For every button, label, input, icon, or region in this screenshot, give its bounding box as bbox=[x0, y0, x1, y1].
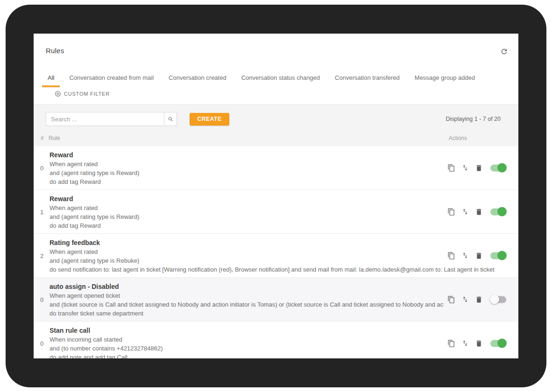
toggle-knob bbox=[497, 163, 507, 173]
rules-list: 0 Reward When agent rated and (agent rat… bbox=[34, 146, 518, 358]
copy-icon bbox=[447, 208, 455, 216]
trash-icon bbox=[475, 208, 483, 216]
enable-toggle[interactable] bbox=[490, 340, 506, 347]
create-button[interactable]: CREATE bbox=[190, 113, 229, 126]
rule-title: Reward bbox=[50, 194, 518, 203]
enable-toggle[interactable] bbox=[490, 296, 506, 303]
refresh-button[interactable] bbox=[500, 48, 508, 56]
custom-filter-button[interactable]: CUSTOM FILTER bbox=[55, 91, 110, 97]
row-actions bbox=[447, 164, 506, 172]
page: Rules All Conversation created from mail… bbox=[0, 0, 552, 392]
enable-toggle[interactable] bbox=[490, 208, 506, 215]
displaying-count: Displaying 1 - 7 of 20 bbox=[446, 116, 501, 122]
rule-action: do send notification to: last agent in t… bbox=[50, 265, 516, 274]
row-actions bbox=[447, 252, 506, 259]
panel-top: Rules All Conversation created from mail… bbox=[34, 34, 518, 104]
tab-message-group-added[interactable]: Message group added bbox=[409, 74, 481, 87]
table-header: # Rule Actions bbox=[46, 135, 501, 141]
filter-tabs: All Conversation created from mail Conve… bbox=[42, 74, 506, 87]
rule-row: 0 Reward When agent rated and (agent rat… bbox=[34, 146, 518, 190]
delete-button[interactable] bbox=[475, 295, 483, 303]
delete-button[interactable] bbox=[475, 164, 483, 172]
rule-condition: When incoming call started bbox=[50, 335, 444, 344]
rule-title: auto assign - Disabled bbox=[50, 282, 518, 291]
rule-condition: When agent opened ticket bbox=[50, 291, 444, 300]
copy-icon bbox=[447, 252, 455, 259]
enable-toggle[interactable] bbox=[490, 252, 506, 259]
rule-condition: and (agent rating type is Reward) bbox=[50, 212, 444, 221]
rule-number: 1 bbox=[40, 208, 48, 215]
tab-all[interactable]: All bbox=[42, 74, 60, 87]
custom-filter-label: CUSTOM FILTER bbox=[64, 91, 110, 97]
rule-title: Rating feedback bbox=[50, 238, 518, 247]
rule-condition: and (ticket source is Call and ticket as… bbox=[50, 300, 444, 309]
duplicate-button[interactable] bbox=[447, 208, 455, 216]
toggle-knob bbox=[490, 295, 499, 304]
rule-action: do add tag Reward bbox=[50, 221, 444, 230]
tab-conversation-transfered[interactable]: Conversation transfered bbox=[329, 74, 405, 87]
copy-icon bbox=[447, 295, 455, 303]
reorder-button[interactable] bbox=[461, 208, 469, 216]
duplicate-button[interactable] bbox=[447, 295, 455, 303]
duplicate-button[interactable] bbox=[447, 252, 455, 259]
sort-arrows-icon bbox=[461, 164, 469, 172]
row-actions bbox=[447, 339, 506, 347]
rule-title: Reward bbox=[50, 150, 518, 160]
search-button[interactable] bbox=[164, 112, 177, 126]
rule-number: 0 bbox=[40, 296, 48, 303]
tab-conversation-created[interactable]: Conversation created bbox=[163, 74, 232, 87]
toggle-knob bbox=[497, 207, 507, 217]
plus-circle-icon bbox=[55, 91, 61, 97]
rules-panel: Rules All Conversation created from mail… bbox=[34, 34, 518, 358]
rule-condition: and (to number contains +421232784862) bbox=[50, 344, 444, 353]
duplicate-button[interactable] bbox=[447, 164, 455, 172]
toggle-knob bbox=[497, 251, 507, 260]
rule-row: 0 auto assign - Disabled When agent open… bbox=[34, 278, 518, 322]
sort-arrows-icon bbox=[461, 296, 469, 303]
delete-button[interactable] bbox=[475, 252, 483, 259]
refresh-icon bbox=[500, 48, 508, 56]
rule-condition: When agent rated bbox=[50, 160, 444, 168]
sort-arrows-icon bbox=[461, 252, 469, 259]
toolbar: CREATE Displaying 1 - 7 of 20 # Rule Act… bbox=[34, 104, 518, 146]
search-row: CREATE Displaying 1 - 7 of 20 bbox=[46, 112, 501, 126]
reorder-button[interactable] bbox=[461, 340, 469, 347]
copy-icon bbox=[447, 164, 455, 172]
trash-icon bbox=[475, 252, 483, 259]
trash-icon bbox=[475, 339, 483, 347]
column-actions: Actions bbox=[449, 135, 467, 141]
rule-row: 0 Stan rule call When incoming call star… bbox=[34, 322, 518, 358]
rule-condition: When agent rated bbox=[50, 203, 444, 212]
row-actions bbox=[447, 295, 506, 303]
rule-condition: and (agent rating type is Rebuke) bbox=[50, 256, 444, 265]
rule-action: do add note and add tag Call bbox=[50, 353, 444, 358]
rule-number: 0 bbox=[40, 164, 48, 171]
delete-button[interactable] bbox=[475, 339, 483, 347]
panel-header: Rules bbox=[46, 47, 506, 57]
tab-conversation-created-from-mail[interactable]: Conversation created from mail bbox=[64, 74, 159, 87]
rule-action: do add tag Reward bbox=[50, 177, 444, 186]
column-number: # bbox=[41, 135, 49, 141]
reorder-button[interactable] bbox=[461, 252, 469, 259]
rule-title: Stan rule call bbox=[50, 326, 518, 335]
duplicate-button[interactable] bbox=[447, 339, 455, 347]
search-input[interactable] bbox=[46, 112, 164, 126]
toggle-knob bbox=[497, 339, 507, 348]
rule-number: 2 bbox=[40, 252, 48, 259]
tab-conversation-status-changed[interactable]: Conversation status changed bbox=[236, 74, 326, 87]
enable-toggle[interactable] bbox=[490, 164, 506, 171]
reorder-button[interactable] bbox=[461, 164, 469, 172]
reorder-button[interactable] bbox=[461, 296, 469, 303]
rule-number: 0 bbox=[40, 340, 48, 347]
trash-icon bbox=[475, 164, 483, 172]
rule-condition: and (agent rating type is Reward) bbox=[50, 168, 444, 177]
page-title: Rules bbox=[46, 47, 64, 55]
delete-button[interactable] bbox=[475, 208, 483, 216]
rule-row: 2 Rating feedback When agent rated and (… bbox=[34, 234, 518, 278]
rule-action: do transfer ticket same department bbox=[50, 309, 444, 318]
search-group bbox=[46, 112, 177, 126]
sort-arrows-icon bbox=[461, 208, 469, 216]
rule-condition: When agent rated bbox=[50, 247, 444, 256]
sort-arrows-icon bbox=[461, 340, 469, 347]
search-icon bbox=[168, 116, 174, 122]
